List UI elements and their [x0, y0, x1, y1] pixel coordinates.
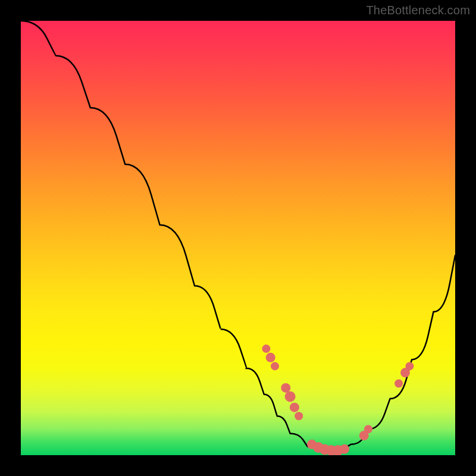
chart-frame: TheBottleneck.com: [0, 0, 476, 476]
gradient-plot-area: [21, 21, 455, 455]
watermark-label: TheBottleneck.com: [366, 4, 470, 17]
